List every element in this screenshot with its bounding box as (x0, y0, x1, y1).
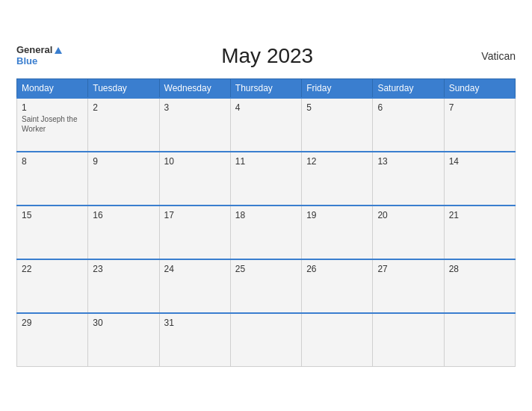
calendar-cell: 11 (230, 152, 301, 206)
day-number: 28 (449, 264, 510, 274)
calendar-week-row: 293031 (17, 313, 516, 367)
day-number: 3 (164, 102, 226, 113)
calendar-cell: 21 (444, 206, 515, 259)
calendar-table: Monday Tuesday Wednesday Thursday Friday… (16, 78, 516, 368)
calendar-cell: 23 (88, 259, 159, 313)
calendar-cell: 26 (302, 259, 373, 313)
day-number: 13 (377, 156, 439, 167)
day-number: 7 (449, 102, 510, 113)
calendar-cell: 3 (159, 98, 230, 152)
day-number: 25 (235, 264, 297, 274)
calendar-week-row: 891011121314 (17, 152, 516, 206)
calendar-header: Monday Tuesday Wednesday Thursday Friday… (17, 78, 516, 98)
day-number: 24 (164, 264, 226, 274)
col-saturday: Saturday (373, 78, 444, 98)
day-number: 12 (306, 156, 368, 167)
calendar-cell: 10 (159, 152, 230, 206)
calendar-cell (444, 313, 515, 367)
calendar-cell: 28 (444, 259, 515, 313)
col-sunday: Sunday (444, 78, 515, 98)
day-number: 17 (164, 210, 226, 220)
day-number: 21 (449, 210, 510, 220)
calendar-cell: 9 (88, 152, 159, 206)
calendar-cell: 8 (17, 152, 88, 206)
calendar-cell: 12 (302, 152, 373, 206)
calendar-cell: 15 (17, 206, 88, 259)
month-title: May 2023 (64, 44, 471, 68)
calendar-cell: 6 (373, 98, 444, 152)
day-number: 11 (235, 156, 297, 167)
day-number: 15 (22, 210, 83, 220)
day-number: 29 (22, 318, 83, 328)
day-number: 31 (164, 318, 226, 328)
calendar-body: 1Saint Joseph the Worker2345678910111213… (17, 98, 516, 367)
calendar-cell: 25 (230, 259, 301, 313)
calendar-cell: 24 (159, 259, 230, 313)
calendar-cell (373, 313, 444, 367)
day-number: 14 (449, 156, 510, 167)
col-tuesday: Tuesday (88, 78, 159, 98)
calendar-cell: 27 (373, 259, 444, 313)
col-wednesday: Wednesday (159, 78, 230, 98)
calendar-cell (302, 313, 373, 367)
calendar-week-row: 1Saint Joseph the Worker234567 (17, 98, 516, 152)
logo-triangle-icon (55, 47, 62, 54)
day-number: 20 (377, 210, 439, 220)
calendar-cell: 16 (88, 206, 159, 259)
col-monday: Monday (17, 78, 88, 98)
country-label: Vatican (471, 50, 516, 62)
calendar-cell: 19 (302, 206, 373, 259)
page-header: General Blue May 2023 Vatican (16, 44, 516, 68)
day-number: 19 (306, 210, 368, 220)
calendar-cell: 31 (159, 313, 230, 367)
day-header-row: Monday Tuesday Wednesday Thursday Friday… (17, 78, 516, 98)
col-thursday: Thursday (230, 78, 301, 98)
calendar-cell: 5 (302, 98, 373, 152)
col-friday: Friday (302, 78, 373, 98)
calendar-cell: 1Saint Joseph the Worker (17, 98, 88, 152)
day-number: 18 (235, 210, 297, 220)
calendar-cell: 22 (17, 259, 88, 313)
day-number: 26 (306, 264, 368, 274)
calendar-week-row: 22232425262728 (17, 259, 516, 313)
calendar-cell: 2 (88, 98, 159, 152)
day-number: 8 (22, 156, 83, 167)
calendar-cell: 20 (373, 206, 444, 259)
calendar-cell: 7 (444, 98, 515, 152)
calendar-cell: 13 (373, 152, 444, 206)
event-label: Saint Joseph the Worker (22, 114, 83, 134)
day-number: 23 (93, 264, 154, 274)
calendar-cell: 17 (159, 206, 230, 259)
logo-blue-text: Blue (16, 56, 64, 67)
day-number: 30 (93, 318, 154, 328)
day-number: 22 (22, 264, 83, 274)
day-number: 1 (22, 102, 83, 113)
day-number: 16 (93, 210, 154, 220)
calendar-cell (230, 313, 301, 367)
calendar-cell: 30 (88, 313, 159, 367)
day-number: 10 (164, 156, 226, 167)
calendar-cell: 29 (17, 313, 88, 367)
day-number: 4 (235, 102, 297, 113)
day-number: 5 (306, 102, 368, 113)
logo: General Blue (16, 45, 64, 67)
calendar-cell: 14 (444, 152, 515, 206)
calendar-page: General Blue May 2023 Vatican Monday Tue… (4, 32, 528, 380)
day-number: 6 (377, 102, 439, 113)
logo-general-text: General (16, 45, 52, 55)
calendar-cell: 4 (230, 98, 301, 152)
calendar-cell: 18 (230, 206, 301, 259)
calendar-week-row: 15161718192021 (17, 206, 516, 259)
day-number: 2 (93, 102, 154, 113)
day-number: 27 (377, 264, 439, 274)
day-number: 9 (93, 156, 154, 167)
